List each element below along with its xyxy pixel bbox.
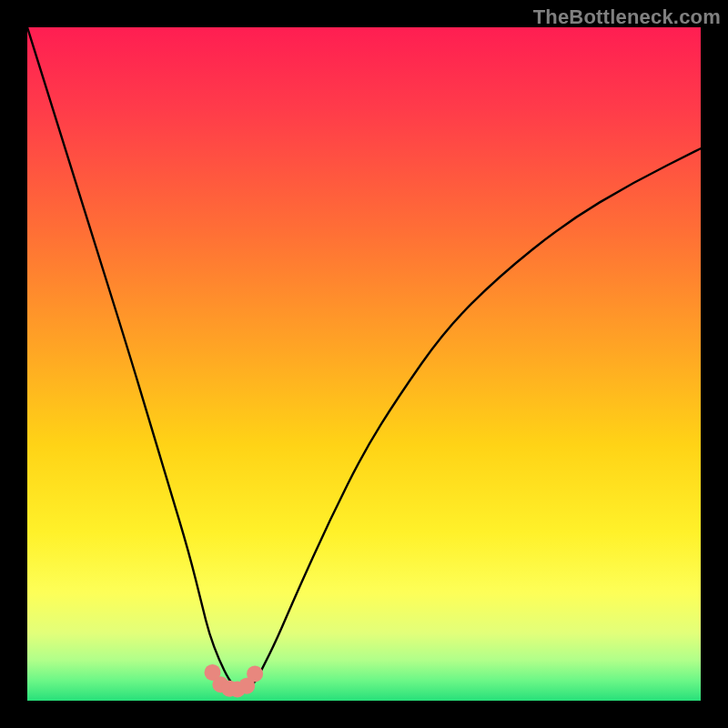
floor-markers	[205, 664, 264, 698]
plot-area	[27, 27, 701, 701]
bottleneck-curve	[27, 27, 701, 701]
chart-frame: TheBottleneck.com	[0, 0, 728, 728]
floor-marker	[247, 665, 263, 682]
watermark-text: TheBottleneck.com	[533, 5, 721, 29]
